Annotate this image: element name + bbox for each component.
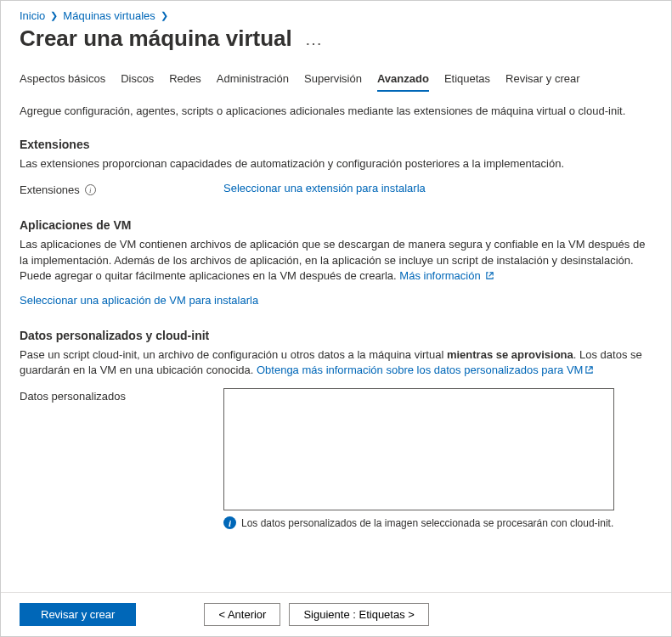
section-vm-apps: Aplicaciones de VM Las aplicaciones de V… [20,218,652,307]
page-title: Crear una máquina virtual [20,25,292,52]
footer-bar: Revisar y crear < Anterior Siguiente : E… [1,592,671,636]
custom-data-desc: Pase un script cloud-init, un archivo de… [20,347,652,378]
custom-data-note-text: Los datos personalizados de la imagen se… [241,517,613,529]
section-extensiones: Extensiones Las extensiones proporcionan… [20,138,652,196]
extensions-field-label: Extensiones i [20,182,223,196]
extensions-title: Extensiones [20,138,652,151]
custom-data-desc-pre: Pase un script cloud-init, un archivo de… [20,348,447,361]
custom-data-learn-more-link[interactable]: Obtenga más información sobre los datos … [257,364,594,376]
select-extension-link[interactable]: Seleccionar una extensión para instalarl… [223,182,426,194]
custom-data-learn-more-text: Obtenga más información sobre los datos … [257,364,583,376]
tab-redes[interactable]: Redes [169,72,201,92]
tab-revisar-crear[interactable]: Revisar y crear [505,72,579,92]
custom-data-desc-bold: mientras se aprovisiona [447,348,573,361]
vm-apps-title: Aplicaciones de VM [20,218,652,232]
tab-avanzado[interactable]: Avanzado [377,72,429,92]
select-vm-app-link[interactable]: Seleccionar una aplicación de VM para in… [20,294,258,307]
extensions-field-label-text: Extensiones [20,183,80,196]
previous-button[interactable]: < Anterior [204,603,280,626]
chevron-right-icon: ❯ [161,10,168,21]
intro-text: Agregue configuración, agentes, scripts … [20,104,652,119]
extensions-desc: Las extensiones proporcionan capacidades… [20,156,652,172]
tabs: Aspectos básicos Discos Redes Administra… [20,72,652,92]
custom-data-field-label-text: Datos personalizados [20,390,126,403]
custom-data-title: Datos personalizados y cloud-init [20,329,652,342]
info-icon: i [223,516,236,529]
tab-etiquetas[interactable]: Etiquetas [444,72,490,92]
breadcrumb-vms[interactable]: Máquinas virtuales [63,9,155,22]
vm-apps-desc: Las aplicaciones de VM contienen archivo… [20,237,652,284]
tab-administracion[interactable]: Administración [217,72,289,92]
more-actions-icon[interactable]: ⋯ [305,34,323,53]
vm-apps-learn-more-link[interactable]: Más información [399,269,494,282]
tab-aspectos-basicos[interactable]: Aspectos básicos [20,72,105,92]
chevron-right-icon: ❯ [50,10,58,21]
breadcrumb-home[interactable]: Inicio [20,9,45,22]
info-icon[interactable]: i [85,184,96,195]
tab-supervision[interactable]: Supervisión [304,72,362,92]
external-link-icon [485,268,494,284]
review-create-button[interactable]: Revisar y crear [20,603,136,626]
tab-discos[interactable]: Discos [121,72,154,92]
next-button[interactable]: Siguiente : Etiquetas > [289,603,428,626]
section-custom-data: Datos personalizados y cloud-init Pase u… [20,329,652,529]
custom-data-input[interactable] [223,388,614,510]
external-link-icon [584,363,594,378]
vm-apps-desc-text: Las aplicaciones de VM contienen archivo… [20,238,645,281]
custom-data-note: i Los datos personalizados de la imagen … [223,516,652,529]
vm-apps-learn-more-text: Más información [399,269,480,282]
custom-data-field-label: Datos personalizados [20,388,223,403]
breadcrumb: Inicio ❯ Máquinas virtuales ❯ [20,9,652,22]
